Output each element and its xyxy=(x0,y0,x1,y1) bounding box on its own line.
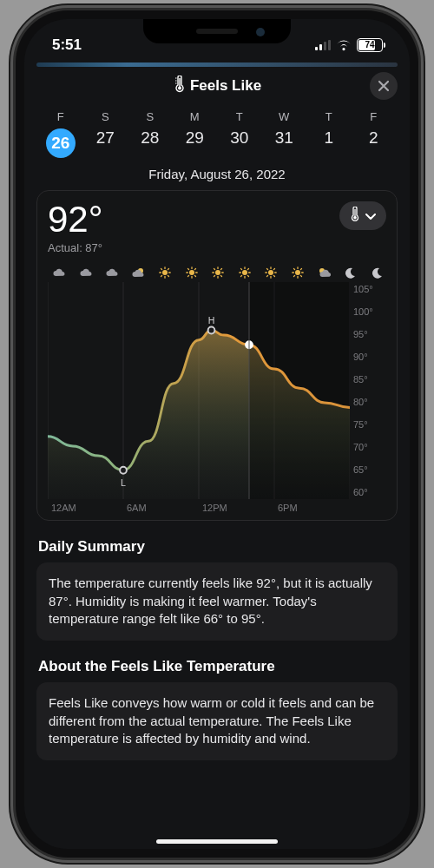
day-picker-item[interactable]: F2 xyxy=(352,110,397,158)
y-tick: 60° xyxy=(353,487,368,497)
svg-line-13 xyxy=(161,269,162,270)
svg-point-8 xyxy=(162,270,168,275)
selected-date-full: Friday, August 26, 2022 xyxy=(24,167,410,181)
svg-text:L: L xyxy=(121,477,126,487)
svg-line-61 xyxy=(293,275,294,276)
day-number: 29 xyxy=(173,128,218,148)
day-of-week: S xyxy=(83,110,128,123)
day-of-week: T xyxy=(306,110,352,123)
svg-line-16 xyxy=(161,275,162,276)
svg-line-25 xyxy=(187,275,188,276)
svg-point-0 xyxy=(178,86,181,89)
close-button[interactable] xyxy=(370,72,398,100)
svg-text:H: H xyxy=(208,314,215,325)
daily-summary-card: The temperature currently feels like 92°… xyxy=(36,562,398,641)
moon-icon xyxy=(369,266,385,279)
sun-icon xyxy=(290,266,306,279)
day-picker[interactable]: F26S27S28M29T30W31T1F2 xyxy=(24,105,410,158)
day-number: 30 xyxy=(217,128,262,148)
y-tick: 65° xyxy=(353,464,368,475)
day-number: 26 xyxy=(46,128,76,158)
svg-line-24 xyxy=(194,269,195,270)
y-tick: 80° xyxy=(353,397,368,407)
screen: 5:51 74 xyxy=(24,19,410,849)
day-of-week: T xyxy=(217,110,262,123)
metric-selector-button[interactable] xyxy=(339,201,386,230)
day-number: 27 xyxy=(83,128,128,148)
svg-point-26 xyxy=(215,270,220,275)
day-of-week: M xyxy=(173,110,218,123)
day-number: 28 xyxy=(128,128,173,148)
svg-point-44 xyxy=(268,270,273,275)
hourly-conditions-row xyxy=(48,266,386,279)
svg-line-22 xyxy=(187,269,188,270)
svg-rect-1 xyxy=(179,78,180,87)
feels-like-chart[interactable]: LH xyxy=(48,282,350,499)
day-picker-item[interactable]: F26 xyxy=(38,110,83,158)
svg-line-60 xyxy=(300,269,301,270)
daily-summary-title: Daily Summary xyxy=(38,538,396,556)
svg-line-50 xyxy=(273,275,274,276)
svg-point-17 xyxy=(189,270,194,275)
day-picker-item[interactable]: M29 xyxy=(173,110,218,158)
wifi-icon xyxy=(336,40,352,51)
svg-line-40 xyxy=(240,269,241,270)
chart-panel: 92° Actual: 87° xyxy=(36,190,398,521)
notch xyxy=(143,19,291,43)
svg-line-14 xyxy=(168,275,168,276)
header-title: Feels Like xyxy=(190,77,261,95)
cloud-icon xyxy=(104,266,120,279)
svg-line-43 xyxy=(240,275,241,276)
day-picker-item[interactable]: T30 xyxy=(217,110,262,158)
phone-frame: 5:51 74 xyxy=(16,10,418,858)
x-tick: 12AM xyxy=(51,503,127,513)
svg-line-23 xyxy=(194,275,195,276)
svg-line-15 xyxy=(168,269,168,270)
svg-line-33 xyxy=(220,269,221,270)
sun-icon xyxy=(184,266,200,279)
svg-point-69 xyxy=(120,467,127,474)
svg-line-32 xyxy=(220,275,221,276)
thermometer-icon xyxy=(173,76,185,97)
day-picker-item[interactable]: T1 xyxy=(306,110,352,158)
day-number: 31 xyxy=(262,128,307,148)
home-indicator[interactable] xyxy=(156,839,278,844)
cloud-icon xyxy=(51,266,67,279)
x-tick: 12PM xyxy=(202,503,278,513)
sun-icon xyxy=(157,266,173,279)
partly-sun-icon xyxy=(316,266,332,279)
svg-rect-6 xyxy=(354,209,355,217)
chart-x-axis: 12AM6AM12PM6PM xyxy=(48,499,386,513)
svg-rect-68 xyxy=(249,282,350,499)
about-title: About the Feels Like Temperature xyxy=(38,658,396,675)
chevron-down-icon xyxy=(365,208,376,223)
battery-indicator: 74 xyxy=(357,38,385,52)
y-tick: 100° xyxy=(353,306,373,317)
sun-icon xyxy=(210,266,226,279)
svg-point-53 xyxy=(295,270,300,275)
day-picker-item[interactable]: W31 xyxy=(262,110,307,158)
screen-header: Feels Like xyxy=(24,67,410,105)
svg-line-58 xyxy=(293,269,294,270)
svg-line-59 xyxy=(300,275,301,276)
svg-line-49 xyxy=(267,269,268,270)
svg-line-41 xyxy=(247,275,248,276)
day-number: 1 xyxy=(306,128,352,148)
cloud-icon xyxy=(78,266,94,279)
feels-like-value: 92° xyxy=(48,201,103,238)
thermometer-icon xyxy=(350,207,360,225)
y-tick: 85° xyxy=(353,374,368,385)
day-of-week: W xyxy=(262,110,307,123)
day-picker-item[interactable]: S27 xyxy=(83,110,128,158)
chart-y-axis: 105°100°95°90°85°80°75°70°65°60° xyxy=(350,282,386,499)
day-of-week: F xyxy=(38,110,83,123)
x-tick: 6AM xyxy=(127,503,202,513)
svg-line-42 xyxy=(247,269,248,270)
status-time: 5:51 xyxy=(52,36,82,54)
svg-line-31 xyxy=(214,269,215,270)
day-picker-item[interactable]: S28 xyxy=(128,110,173,158)
day-of-week: F xyxy=(352,110,397,123)
actual-temp-label: Actual: 87° xyxy=(48,241,103,254)
day-of-week: S xyxy=(128,110,173,123)
svg-point-35 xyxy=(242,270,247,275)
